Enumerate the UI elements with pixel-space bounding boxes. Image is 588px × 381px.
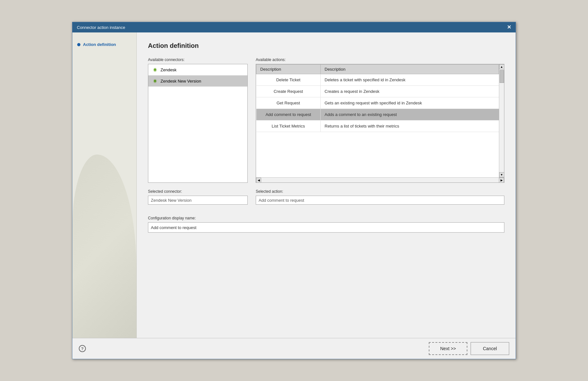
actions-table: Description Description Delete Ticket De… — [256, 64, 499, 132]
cancel-button[interactable]: Cancel — [471, 342, 509, 355]
sidebar-dot-icon — [77, 43, 80, 46]
table-row[interactable]: Get Request Gets an existing request wit… — [256, 97, 499, 109]
config-display-name-field: Configuration display name: — [148, 216, 504, 233]
selected-action-field: Selected action: — [256, 189, 504, 205]
config-display-name-label: Configuration display name: — [148, 216, 504, 220]
action-name: List Ticket Metrics — [256, 120, 321, 132]
page-title: Action definition — [148, 42, 504, 49]
col-header-desc: Description — [321, 65, 499, 74]
action-description: Gets an existing request with specified … — [321, 97, 499, 109]
action-name: Delete Ticket — [256, 74, 321, 86]
connectors-column: Available connectors: Zendesk — [148, 58, 248, 183]
scroll-left-btn[interactable]: ◀ — [256, 178, 261, 183]
table-row[interactable]: Add comment to request Adds a comment to… — [256, 109, 499, 120]
scroll-up-btn[interactable]: ▲ — [499, 64, 504, 69]
horiz-scroll-track — [261, 178, 499, 182]
selected-connector-field: Selected connector: — [148, 189, 248, 205]
close-button[interactable]: ✕ — [507, 25, 511, 30]
table-row[interactable]: List Ticket Metrics Returns a list of ti… — [256, 120, 499, 132]
action-name: Add comment to request — [256, 109, 321, 120]
table-scroll-area: Description Description Delete Ticket De… — [256, 64, 504, 177]
available-connectors-label: Available connectors: — [148, 58, 248, 62]
selected-connector-input[interactable] — [148, 196, 248, 205]
action-description: Creates a request in Zendesk — [321, 86, 499, 97]
next-button[interactable]: Next >> — [429, 342, 467, 355]
selected-connector-label: Selected connector: — [148, 189, 248, 194]
dialog-title: Connector action instance — [77, 25, 125, 30]
svg-point-1 — [154, 69, 156, 71]
scrollbar-thumb — [500, 70, 504, 83]
actions-column: Available actions: Description Descripti… — [256, 58, 504, 183]
action-name: Create Request — [256, 86, 321, 97]
sidebar-item-action-definition[interactable]: Action definition — [77, 42, 132, 47]
title-bar: Connector action instance ✕ — [72, 22, 516, 32]
bottom-left: ? — [79, 345, 86, 352]
connector-item-zendesk-new[interactable]: Zendesk New Version — [148, 75, 247, 87]
sidebar: Action definition — [72, 32, 137, 338]
bottom-right: Next >> Cancel — [429, 342, 509, 355]
actions-table-container: Description Description Delete Ticket De… — [256, 64, 504, 183]
selected-action-label: Selected action: — [256, 189, 504, 194]
scroll-down-btn[interactable]: ▼ — [499, 172, 504, 177]
connector-item-zendesk[interactable]: Zendesk — [148, 64, 247, 75]
main-content: Action definition Available connectors: — [137, 32, 516, 338]
table-row[interactable]: Create Request Creates a request in Zend… — [256, 86, 499, 97]
help-button[interactable]: ? — [79, 345, 86, 352]
table-row[interactable]: Delete Ticket Deletes a ticket with spec… — [256, 74, 499, 86]
sidebar-decoration — [72, 155, 136, 338]
connector-name-zendesk-new: Zendesk New Version — [161, 79, 201, 84]
selected-action-input[interactable] — [256, 196, 504, 205]
bottom-bar: ? Next >> Cancel — [72, 338, 516, 359]
table-inner: Description Description Delete Ticket De… — [256, 64, 499, 177]
zendesk-new-icon — [152, 78, 158, 84]
sidebar-item-label: Action definition — [83, 42, 116, 47]
selected-connector-col: Selected connector: — [148, 189, 248, 209]
action-description: Deletes a ticket with specified id in Ze… — [321, 74, 499, 86]
scrollbar-track — [499, 69, 504, 172]
horizontal-scrollbar[interactable]: ◀ ▶ — [256, 177, 504, 182]
config-display-name-input[interactable] — [148, 222, 504, 233]
col-header-name: Description — [256, 65, 321, 74]
vertical-scrollbar[interactable]: ▲ ▼ — [499, 64, 504, 177]
action-name: Get Request — [256, 97, 321, 109]
zendesk-icon — [152, 67, 158, 73]
connector-action-dialog: Connector action instance ✕ Action defin… — [72, 22, 516, 359]
connector-list[interactable]: Zendesk Zendesk New Version — [148, 64, 248, 183]
two-column-section: Available connectors: Zendesk — [148, 58, 504, 183]
connector-name-zendesk: Zendesk — [161, 67, 177, 72]
dialog-body: Action definition Action definition Avai… — [72, 32, 516, 338]
table-header-row: Description Description — [256, 65, 499, 74]
selected-action-col: Selected action: — [256, 189, 504, 209]
available-actions-label: Available actions: — [256, 58, 504, 62]
action-description: Adds a comment to an existing request — [321, 109, 499, 120]
selected-fields-row: Selected connector: Selected action: — [148, 189, 504, 209]
svg-point-3 — [154, 80, 156, 82]
action-description: Returns a list of tickets with their met… — [321, 120, 499, 132]
scroll-right-btn[interactable]: ▶ — [499, 178, 504, 183]
